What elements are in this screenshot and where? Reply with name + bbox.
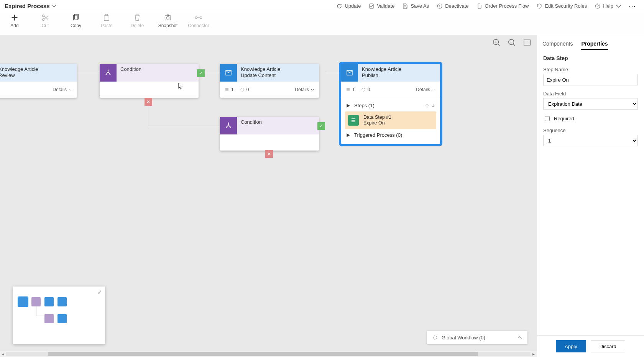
- update-button[interactable]: Update: [332, 2, 365, 11]
- minimap-line: [36, 316, 45, 316]
- rbtn-label: Delete: [131, 23, 144, 28]
- svg-rect-9: [165, 16, 171, 20]
- help-button[interactable]: Help: [591, 2, 626, 11]
- branch-icon: [225, 122, 232, 129]
- details-toggle[interactable]: Details: [295, 87, 314, 92]
- sequence-select[interactable]: 1: [543, 135, 638, 146]
- process-title[interactable]: Expired Process: [5, 3, 56, 9]
- cmd-label: Validate: [377, 3, 394, 9]
- stage-publish[interactable]: Knowledge Article Publish 1 0 D: [341, 64, 440, 144]
- field-required[interactable]: Required: [543, 115, 638, 122]
- condition-1[interactable]: Condition: [100, 64, 199, 98]
- stage-update-content[interactable]: Knowledge Article Update Content 1 0: [220, 64, 319, 98]
- stage-title: Knowledge Article Publish: [358, 64, 440, 82]
- step-field: Expire On: [363, 120, 391, 126]
- paste-icon: [103, 14, 110, 21]
- minimap-node[interactable]: [58, 297, 67, 306]
- rbtn-label: Connector: [188, 23, 209, 28]
- delete-button[interactable]: Delete: [127, 14, 147, 28]
- svg-point-19: [110, 74, 111, 75]
- required-checkbox[interactable]: [545, 116, 550, 121]
- zoom-in-button[interactable]: [492, 38, 501, 47]
- spinner-icon: [240, 87, 245, 92]
- edit-security-roles-button[interactable]: Edit Security Roles: [532, 2, 591, 11]
- camera-icon: [164, 14, 172, 21]
- minimap-node[interactable]: [31, 297, 41, 306]
- clipboard-check-icon: [368, 3, 375, 9]
- add-button[interactable]: Add: [5, 14, 25, 28]
- svg-rect-0: [370, 4, 373, 8]
- paste-button[interactable]: Paste: [97, 14, 117, 28]
- scroll-track[interactable]: [6, 352, 531, 356]
- chevron-down-icon: [52, 4, 56, 8]
- canvas-toolbar: [492, 38, 531, 47]
- steps-section[interactable]: Steps (1): [345, 100, 436, 111]
- zoom-out-button[interactable]: [508, 38, 516, 47]
- scroll-thumb[interactable]: [48, 352, 478, 356]
- data-step-row[interactable]: Data Step #1 Expire On: [345, 111, 436, 129]
- details-toggle[interactable]: Details: [416, 87, 435, 92]
- discard-button[interactable]: Discard: [591, 340, 625, 352]
- condition-2-no-port[interactable]: ✕: [265, 150, 273, 158]
- snapshot-button[interactable]: Snapshot: [158, 14, 178, 28]
- document-icon: [476, 3, 483, 9]
- field-sequence: Sequence 1: [543, 128, 638, 146]
- canvas[interactable]: Knowledge Article Review 0 Details: [0, 35, 537, 351]
- condition-1-no-port[interactable]: ✕: [145, 98, 152, 106]
- validate-button[interactable]: Validate: [365, 2, 398, 11]
- tab-components[interactable]: Components: [542, 38, 573, 50]
- condition-2-yes-port[interactable]: ✓: [317, 122, 325, 130]
- deactivate-button[interactable]: Deactivate: [433, 2, 472, 11]
- triggered-process-section[interactable]: Triggered Process (0): [345, 130, 436, 140]
- rbtn-label: Paste: [101, 23, 113, 28]
- minimap-expand-button[interactable]: ⤢: [97, 289, 102, 295]
- condition-1-yes-port[interactable]: ✓: [197, 69, 205, 77]
- stage-icon: [346, 69, 353, 77]
- process-count: 0: [240, 87, 249, 92]
- stage-review[interactable]: Knowledge Article Review 0 Details: [0, 64, 77, 98]
- list-icon: [346, 87, 350, 92]
- cmd-label: Deactivate: [445, 3, 468, 9]
- minimap-node[interactable]: [44, 314, 54, 323]
- title-text: Condition: [241, 119, 262, 125]
- apply-button[interactable]: Apply: [556, 340, 586, 352]
- data-field-select[interactable]: Expiration Date: [543, 98, 638, 110]
- spinner-icon: [361, 87, 366, 92]
- minimap-node[interactable]: [18, 297, 28, 306]
- more-commands-button[interactable]: ⋯: [626, 2, 639, 10]
- connector-line: [148, 104, 148, 126]
- reorder-controls[interactable]: [425, 103, 435, 108]
- connector-icon: [195, 14, 202, 21]
- properties-panel: Components Properties Data Step Step Nam…: [537, 35, 644, 357]
- field-data-field: Data Field Expiration Date: [543, 91, 638, 110]
- copy-button[interactable]: Copy: [66, 14, 86, 28]
- field-label: Step Name: [543, 67, 638, 72]
- panel-heading: Data Step: [543, 55, 638, 61]
- order-process-flow-button[interactable]: Order Process Flow: [473, 2, 533, 11]
- minimap-node[interactable]: [44, 297, 54, 306]
- cut-button[interactable]: Cut: [35, 14, 55, 28]
- field-label: Sequence: [543, 128, 638, 133]
- rbtn-label: Cut: [42, 23, 49, 28]
- tab-properties[interactable]: Properties: [581, 38, 608, 50]
- condition-2[interactable]: Condition: [220, 117, 319, 151]
- details-toggle[interactable]: Details: [53, 87, 72, 92]
- minimap-node[interactable]: [58, 314, 67, 323]
- chevron-down-icon: [616, 3, 622, 9]
- minimap[interactable]: ⤢: [13, 287, 105, 344]
- title-text: Condition: [120, 66, 141, 72]
- step-name-input[interactable]: [543, 74, 638, 85]
- horizontal-scrollbar[interactable]: ◄ ►: [0, 351, 537, 357]
- count-text: 0: [368, 87, 370, 92]
- stage-title-line1: Knowledge Article: [241, 66, 280, 72]
- details-label: Details: [416, 87, 430, 92]
- svg-point-24: [362, 88, 365, 91]
- scroll-right-button[interactable]: ►: [531, 352, 537, 356]
- svg-rect-7: [104, 15, 109, 21]
- connector-button[interactable]: Connector: [189, 14, 209, 28]
- fit-to-screen-button[interactable]: [523, 38, 531, 47]
- save-as-button[interactable]: Save As: [398, 2, 433, 11]
- trash-icon: [133, 14, 141, 21]
- scroll-left-button[interactable]: ◄: [0, 352, 6, 356]
- global-workflow-bar[interactable]: Global Workflow (0): [427, 331, 527, 344]
